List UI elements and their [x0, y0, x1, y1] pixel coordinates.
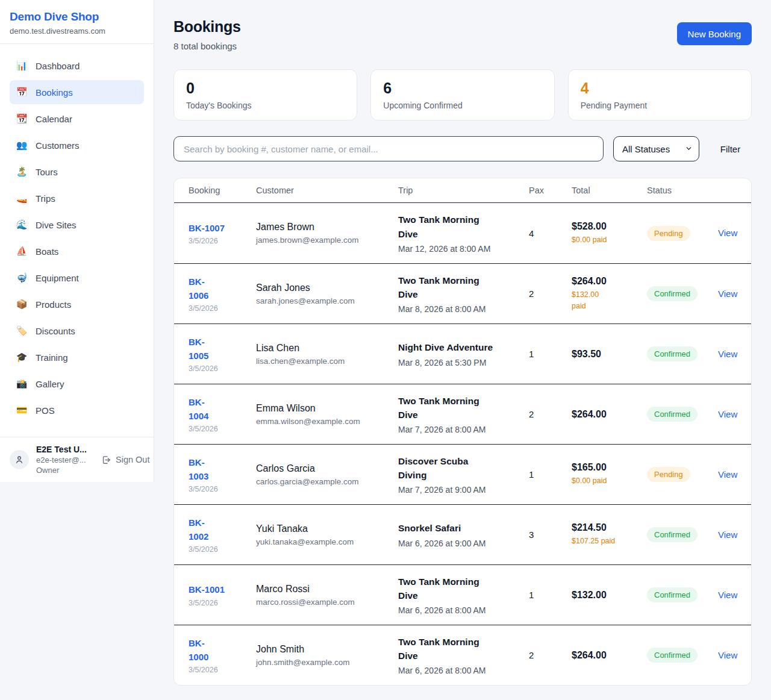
view-link[interactable]: View [718, 590, 737, 600]
pax-cell: 2 [529, 409, 572, 419]
pax-cell: 4 [529, 228, 572, 239]
new-booking-button[interactable]: New Booking [677, 22, 752, 45]
booking-id-link[interactable]: BK- 1006 [189, 275, 208, 303]
trip-name: Two Tank Morning Dive [398, 213, 529, 241]
sidebar-item-equipment[interactable]: 🤿 Equipment [10, 266, 144, 290]
total-cell: $264.00 [572, 409, 647, 420]
total-amount: $528.00 [572, 221, 647, 232]
booking-id-link[interactable]: BK- 1000 [189, 636, 208, 664]
booking-id-link[interactable]: BK- 1002 [189, 516, 208, 544]
view-link[interactable]: View [718, 530, 737, 540]
booking-id-link[interactable]: BK- 1003 [189, 455, 208, 484]
island-icon: 🏝️ [16, 166, 28, 177]
brand-domain: demo.test.divestreams.com [10, 27, 144, 36]
sidebar-item-customers[interactable]: 👥 Customers [10, 133, 144, 157]
column-header-pax: Pax [529, 186, 572, 195]
trip-name: Two Tank Morning Dive [398, 575, 529, 603]
sidebar-item-bookings[interactable]: 📅 Bookings [10, 80, 144, 104]
trip-name: Two Tank Morning Dive [398, 635, 529, 663]
camera-flash-icon: 📸 [16, 378, 28, 389]
label-tag-icon: 🏷️ [16, 325, 28, 336]
customer-email: lisa.chen@example.com [256, 357, 398, 366]
filter-button[interactable]: Filter [709, 136, 752, 161]
people-icon: 👥 [16, 140, 28, 151]
sidebar-item-pos[interactable]: 💳 POS [10, 398, 144, 422]
sidebar-item-calendar[interactable]: 📆 Calendar [10, 107, 144, 131]
table-row: BK-1007 3/5/2026 James Brown james.brown… [174, 203, 751, 263]
pax-cell: 1 [529, 469, 572, 480]
sidebar-item-dashboard[interactable]: 📊 Dashboard [10, 54, 144, 78]
booking-id-link[interactable]: BK-1001 [189, 583, 225, 596]
customer-cell: James Brown james.brown@example.com [256, 222, 398, 245]
trip-datetime: Mar 6, 2026 at 9:00 AM [398, 539, 529, 548]
user-name: E2E Test U... [36, 445, 94, 454]
view-link[interactable]: View [718, 349, 737, 359]
booking-id-link[interactable]: BK- 1005 [189, 335, 208, 363]
booking-id-link[interactable]: BK-1007 [189, 221, 225, 235]
trip-cell: Snorkel Safari Mar 6, 2026 at 9:00 AM [398, 521, 529, 548]
view-link[interactable]: View [718, 469, 737, 480]
view-link[interactable]: View [718, 228, 737, 238]
sidebar-item-label: Products [36, 299, 71, 310]
trip-datetime: Mar 8, 2026 at 8:00 AM [398, 304, 529, 314]
table-row: BK- 1003 3/5/2026 Carlos Garcia carlos.g… [174, 444, 751, 504]
sidebar-item-trips[interactable]: 🚤 Trips [10, 186, 144, 210]
sidebar-item-boats[interactable]: ⛵ Boats [10, 239, 144, 263]
calendar-icon: 📅 [16, 87, 28, 98]
status-cell: Confirmed [647, 587, 718, 602]
avatar [10, 450, 29, 469]
sign-out-button[interactable]: Sign Out [101, 455, 149, 465]
actions-cell: View [718, 650, 737, 661]
total-cell: $264.00 [572, 650, 647, 661]
search-input[interactable] [173, 136, 604, 161]
trip-name: Two Tank Morning Dive [398, 273, 529, 302]
sidebar-item-label: Boats [36, 246, 58, 257]
person-icon [14, 455, 24, 464]
status-cell: Confirmed [647, 286, 718, 301]
status-badge: Confirmed [647, 587, 698, 602]
trip-datetime: Mar 6, 2026 at 8:00 AM [398, 666, 529, 675]
total-amount: $93.50 [572, 349, 647, 360]
page-header: Bookings 8 total bookings New Booking [173, 18, 752, 51]
stat-label: Upcoming Confirmed [383, 101, 542, 110]
sidebar-item-label: Gallery [36, 379, 64, 389]
trip-name: Snorkel Safari [398, 521, 529, 535]
table-row: BK- 1000 3/5/2026 John Smith john.smith@… [174, 625, 751, 685]
view-link[interactable]: View [718, 409, 737, 419]
stat-card: 6 Upcoming Confirmed [370, 69, 554, 120]
trip-datetime: Mar 7, 2026 at 8:00 AM [398, 425, 529, 434]
sidebar-item-training[interactable]: 🎓 Training [10, 345, 144, 369]
pax-cell: 1 [529, 349, 572, 359]
stat-value: 0 [186, 80, 345, 97]
paid-amount: $0.00 paid [572, 475, 647, 487]
sidebar-item-label: Equipment [36, 273, 79, 283]
trip-cell: Two Tank Morning Dive Mar 6, 2026 at 8:0… [398, 575, 529, 616]
sidebar-item-tours[interactable]: 🏝️ Tours [10, 160, 144, 184]
filter-row: All Statuses Filter [173, 136, 752, 161]
sidebar-item-discounts[interactable]: 🏷️ Discounts [10, 319, 144, 343]
booking-id-link[interactable]: BK- 1004 [189, 395, 208, 423]
sidebar-item-dive-sites[interactable]: 🌊 Dive Sites [10, 213, 144, 237]
view-link[interactable]: View [718, 650, 737, 660]
view-link[interactable]: View [718, 289, 737, 299]
customer-name: Sarah Jones [256, 283, 398, 293]
status-badge: Confirmed [647, 407, 698, 422]
customer-email: marco.rossi@example.com [256, 598, 398, 607]
sidebar-item-label: Discounts [36, 326, 75, 336]
sidebar-item-label: Calendar [36, 114, 72, 124]
column-header-booking: Booking [189, 186, 256, 195]
sidebar-item-products[interactable]: 📦 Products [10, 292, 144, 316]
status-select[interactable]: All Statuses [613, 136, 699, 161]
total-cell: $264.00 $132.00 paid [572, 276, 647, 312]
status-cell: Pending [647, 467, 718, 482]
status-badge: Confirmed [647, 346, 698, 361]
sidebar-item-gallery[interactable]: 📸 Gallery [10, 372, 144, 396]
sidebar-item-label: Bookings [36, 87, 73, 98]
total-cell: $214.50 $107.25 paid [572, 522, 647, 547]
stat-value: 4 [581, 80, 739, 97]
status-badge: Confirmed [647, 286, 698, 301]
actions-cell: View [718, 469, 737, 480]
trip-cell: Two Tank Morning Dive Mar 7, 2026 at 8:0… [398, 394, 529, 435]
brand-block: Demo Dive Shop demo.test.divestreams.com [0, 0, 154, 44]
total-cell: $528.00 $0.00 paid [572, 221, 647, 246]
